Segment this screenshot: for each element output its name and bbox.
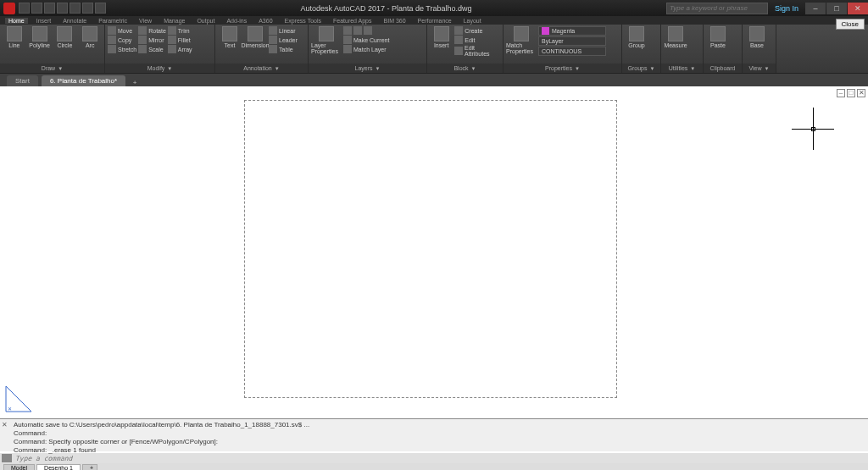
sign-in-link[interactable]: Sign In <box>775 4 798 13</box>
make-current-button[interactable]: Make Current <box>343 36 389 44</box>
paste-button[interactable]: Paste <box>706 26 730 48</box>
qat-redo-icon[interactable] <box>95 3 106 14</box>
lineweight-dropdown[interactable]: ByLayer <box>538 36 606 46</box>
insert-button[interactable]: Insert <box>430 26 453 48</box>
leader-button[interactable]: Leader <box>269 36 298 44</box>
layer-toggle-icon[interactable] <box>353 26 362 35</box>
app-icon[interactable] <box>3 3 15 14</box>
polyline-button[interactable]: Polyline <box>28 26 52 48</box>
panel-properties-title[interactable]: Properties▼ <box>504 64 621 73</box>
polyline-icon <box>32 26 47 41</box>
trim-button[interactable]: Trim <box>168 26 192 35</box>
ribbon-tab-featured[interactable]: Featured Apps <box>330 18 376 24</box>
rotate-button[interactable]: Rotate <box>138 26 166 35</box>
new-doc-tab-button[interactable]: + <box>129 79 141 86</box>
layer-properties-button[interactable]: Layer Properties <box>311 26 342 54</box>
ribbon-tab-bim360[interactable]: BIM 360 <box>381 18 409 24</box>
circle-button[interactable]: Circle <box>53 26 77 48</box>
edit-attributes-button[interactable]: Edit Attributes <box>454 45 500 57</box>
color-dropdown[interactable]: Magenta <box>538 26 606 36</box>
viewport-controls: – □ ✕ <box>837 89 865 97</box>
panel-draw-title[interactable]: Draw▼ <box>0 64 104 73</box>
ribbon-tab-annotate[interactable]: Annotate <box>59 18 90 24</box>
doc-tab-start[interactable]: Start <box>7 75 38 86</box>
layer-lock-icon[interactable] <box>364 26 372 35</box>
close-button[interactable]: ✕ <box>848 3 868 14</box>
line-button[interactable]: Line <box>3 26 26 48</box>
linear-button[interactable]: Linear <box>269 26 298 35</box>
stretch-button[interactable]: Stretch <box>108 45 136 53</box>
paste-icon <box>710 26 726 41</box>
vp-restore-icon[interactable]: □ <box>847 89 855 97</box>
fillet-button[interactable]: Fillet <box>168 36 192 44</box>
ribbon-tab-a360[interactable]: A360 <box>255 18 275 24</box>
layer-state-icon[interactable] <box>343 26 352 35</box>
qat-save-icon[interactable] <box>44 3 55 14</box>
circle-label: Circle <box>57 42 72 48</box>
base-button[interactable]: Base <box>745 26 769 48</box>
qat-undo-icon[interactable] <box>82 3 93 14</box>
measure-button[interactable]: Measure <box>664 26 687 48</box>
match-properties-button[interactable]: Match Properties <box>506 26 537 54</box>
minimize-button[interactable]: – <box>805 3 826 14</box>
scale-button[interactable]: Scale <box>138 45 166 53</box>
qat-plot-icon[interactable] <box>70 3 81 14</box>
qat-saveas-icon[interactable] <box>57 3 68 14</box>
linetype-dropdown[interactable]: CONTINUOUS <box>538 47 606 56</box>
arc-button[interactable]: Arc <box>78 26 102 48</box>
match-layer-button[interactable]: Match Layer <box>343 45 389 53</box>
array-button[interactable]: Array <box>168 45 192 53</box>
new-layout-button[interactable]: + <box>82 464 97 471</box>
layout-tab-model[interactable]: Model <box>3 464 35 471</box>
panel-view-title[interactable]: View▼ <box>743 64 776 73</box>
polyline-label: Polyline <box>29 42 50 48</box>
ribbon-tab-performance[interactable]: Performance <box>415 18 455 24</box>
cmd-close-icon[interactable]: ✕ <box>2 421 8 428</box>
ribbon-tab-insert[interactable]: Insert <box>33 18 55 24</box>
panel-block-title[interactable]: Block▼ <box>427 64 503 73</box>
close-panel-button[interactable]: Close <box>836 19 865 30</box>
ribbon-tab-addins[interactable]: Add-ins <box>223 18 250 24</box>
edit-block-button[interactable]: Edit <box>454 36 500 44</box>
text-button[interactable]: Text <box>218 26 242 48</box>
cmd-history-line: Automatic save to C:\Users\pedro\appdata… <box>14 421 863 429</box>
vp-minimize-icon[interactable]: – <box>837 89 845 97</box>
panel-clipboard: Paste Clipboard <box>704 25 743 73</box>
ribbon-tab-express[interactable]: Express Tools <box>281 18 325 24</box>
line-label: Line <box>8 42 19 48</box>
drawing-canvas[interactable]: – □ ✕ ✕ <box>0 86 868 418</box>
copy-button[interactable]: Copy <box>108 36 136 44</box>
dimension-button[interactable]: Dimension <box>243 26 267 48</box>
ribbon-tab-layout[interactable]: Layout <box>460 18 485 24</box>
ribbon-tab-manage[interactable]: Manage <box>160 18 188 24</box>
panel-layers-title[interactable]: Layers▼ <box>309 64 426 73</box>
panel-annotation-title[interactable]: Annotation▼ <box>215 64 308 73</box>
panel-modify-title[interactable]: Modify▼ <box>105 64 214 73</box>
ribbon-tab-parametric[interactable]: Parametric <box>95 18 131 24</box>
qat-new-icon[interactable] <box>19 3 30 14</box>
ribbon-tab-home[interactable]: Home <box>5 18 28 24</box>
maximize-button[interactable]: □ <box>826 3 847 14</box>
table-button[interactable]: Table <box>269 45 298 53</box>
ribbon-tab-view[interactable]: View <box>136 18 155 24</box>
svg-text:✕: ✕ <box>8 406 12 412</box>
doc-tab-file[interactable]: 6. Planta de Trabalho* <box>42 75 125 86</box>
mirror-icon <box>138 36 147 44</box>
edit-attr-icon <box>454 47 463 55</box>
cmd-history-line: Command: _.erase 1 found <box>14 446 863 455</box>
quick-access-toolbar <box>19 3 106 14</box>
vp-close-icon[interactable]: ✕ <box>857 89 865 97</box>
mirror-button[interactable]: Mirror <box>138 36 166 44</box>
create-block-button[interactable]: Create <box>454 26 500 35</box>
document-tabs: Start 6. Planta de Trabalho* + <box>0 74 868 86</box>
qat-open-icon[interactable] <box>31 3 42 14</box>
circle-icon <box>57 26 72 41</box>
panel-groups-title[interactable]: Groups▼ <box>622 64 660 73</box>
panel-utilities-title[interactable]: Utilities▼ <box>661 64 703 73</box>
layout-tab-1[interactable]: Desenho 1 <box>36 464 81 471</box>
help-search-input[interactable] <box>666 3 768 14</box>
ribbon-tab-output[interactable]: Output <box>193 18 218 24</box>
group-button[interactable]: Group <box>625 26 648 48</box>
command-input[interactable] <box>15 455 866 462</box>
move-button[interactable]: Move <box>108 26 136 35</box>
